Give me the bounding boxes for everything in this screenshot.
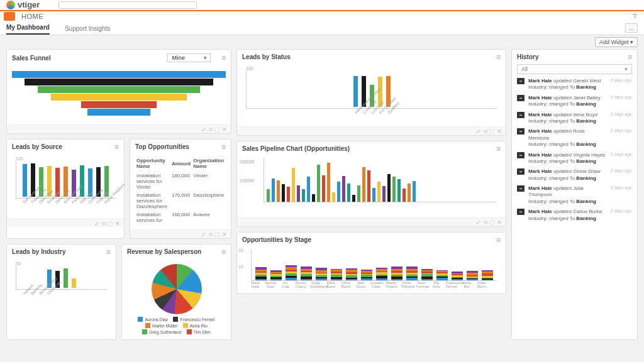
brand: vtiger: [6, 0, 40, 9]
card-title: Opportunities by Stage: [242, 236, 311, 243]
card-title: History: [517, 53, 538, 60]
card-title: Top Opportunities: [135, 143, 189, 150]
pie-legend: Aurora DiazFrancesco FerrariMartin Mülle…: [127, 317, 226, 334]
table-row[interactable]: Installation services for Vinder180,000V…: [135, 172, 226, 191]
history-badge-icon: ••: [517, 128, 525, 134]
card-leads-by-industry: Leads by Industry ≡ 50 ApparelBankingBio…: [6, 244, 116, 340]
chart-x-labels: Mark HaleAurora DiazAn ColeSimon ChanyGr…: [242, 281, 501, 288]
card-title: Leads by Status: [242, 53, 291, 60]
history-item[interactable]: ••Mark Hale updated Carlos BurkeIndustry…: [517, 209, 632, 222]
revenue-pie-chart: [152, 264, 202, 314]
card-menu-icon[interactable]: ≡: [106, 248, 111, 256]
legend-item: Greg Sutherland: [142, 329, 181, 334]
dashboard-toolbar: Add Widget ▾: [0, 35, 644, 49]
legend-item: Martin Müller: [145, 323, 177, 328]
dashboard-grid: Sales Funnel Mine ≡ ⤢ ⟲ ⬚ ✕ Leads by Sou…: [0, 49, 644, 340]
card-menu-icon[interactable]: ≡: [221, 143, 226, 151]
legend-item: Tim Slim: [187, 329, 211, 334]
chart-x-labels: [242, 202, 501, 212]
tab-my-dashboard[interactable]: My Dashboard: [6, 24, 50, 35]
chart-x-labels: Attempted to ContactContactedLost LeadPr…: [242, 109, 501, 121]
card-footer-tools[interactable]: ⤢ ⟲ ⬚ ✕: [130, 229, 231, 238]
col-amount: Amount: [170, 156, 192, 172]
tab-bar: My Dashboard Support Insights ...: [0, 21, 644, 35]
legend-item: Akira Rio: [183, 323, 208, 328]
card-sales-funnel: Sales Funnel Mine ≡ ⤢ ⟲ ⬚ ✕: [6, 49, 231, 134]
card-opportunities-by-stage: Opportunities by Stage ≡ 20 10 Mark Hale…: [236, 232, 506, 294]
card-menu-icon[interactable]: ≡: [114, 143, 119, 151]
history-list: ••Mark Hale updated Gerald WestIndustry:…: [512, 78, 637, 222]
card-menu-icon[interactable]: ≡: [221, 53, 226, 62]
legend-item: Francesco Ferrari: [173, 317, 214, 322]
y-tick: 500000: [240, 160, 254, 164]
card-footer-tools[interactable]: ⤢ ⟲ ⬚ ✕: [237, 217, 506, 226]
dashboard-col-2: Leads by Status ≡ 300 Attempted to Conta…: [236, 49, 506, 340]
funnel-filter-select[interactable]: Mine: [167, 53, 211, 62]
y-tick: 20: [238, 248, 243, 253]
card-menu-icon[interactable]: ≡: [496, 236, 501, 244]
brand-text: vtiger: [18, 0, 40, 9]
dashboard-col-1: Sales Funnel Mine ≡ ⤢ ⟲ ⬚ ✕ Leads by Sou…: [6, 49, 231, 340]
history-badge-icon: ••: [517, 185, 525, 192]
module-icon[interactable]: [4, 12, 15, 21]
card-history: History ≡ All ••Mark Hale updated Gerald…: [511, 49, 638, 340]
add-widget-button[interactable]: Add Widget ▾: [595, 37, 638, 47]
table-row[interactable]: Installation services for160,000Avavee: [135, 211, 226, 224]
history-item[interactable]: ••Mark Hale updated Gloria ShawIndustry:…: [517, 168, 632, 182]
table-row[interactable]: Installation services for Dazzlesphere17…: [135, 191, 226, 211]
history-badge-icon: ••: [517, 168, 525, 175]
module-bar: HOME ?: [0, 10, 644, 21]
stage-chart: [251, 250, 497, 281]
y-tick: 125: [16, 156, 119, 161]
chart-x-labels: Self GeneratedTrade ShowDirect MailEmplo…: [12, 199, 119, 214]
card-menu-icon[interactable]: ≡: [221, 248, 226, 256]
history-badge-icon: ••: [517, 95, 525, 101]
card-footer-tools[interactable]: ⤢ ⟲ ⬚ ✕: [7, 124, 231, 133]
y-tick: 50: [16, 261, 111, 266]
card-leads-by-source: Leads by Source ≡ 125 Self GeneratedTrad…: [6, 139, 125, 239]
card-title: Leads by Industry: [12, 248, 66, 255]
history-item[interactable]: ••Mark Hale updated Virginia HayesIndust…: [517, 152, 632, 165]
card-footer-tools[interactable]: ⤢ ⟲ ⬚ ✕: [7, 219, 124, 228]
history-filter-select[interactable]: All: [517, 64, 632, 74]
pipeline-chart: [264, 158, 497, 202]
card-menu-icon[interactable]: ≡: [628, 53, 632, 62]
history-badge-icon: ••: [517, 152, 525, 158]
card-title: Leads by Source: [12, 143, 62, 150]
brand-bar: vtiger: [0, 0, 644, 10]
card-sales-pipeline: Sales Pipeline Chart (Opportunities) ≡ 5…: [236, 141, 506, 227]
legend-item: Aurora Diaz: [138, 317, 168, 322]
card-menu-icon[interactable]: ≡: [496, 145, 501, 153]
card-top-opportunities: Top Opportunities ≡ Opportunity Name Amo…: [130, 139, 231, 239]
card-menu-icon[interactable]: ≡: [496, 53, 501, 62]
search-input[interactable]: [58, 1, 197, 9]
card-title: Revenue by Salesperson: [127, 248, 201, 255]
module-title: HOME: [21, 13, 43, 20]
card-footer-tools[interactable]: ⤢ ⟲ ⬚ ✕: [237, 126, 506, 135]
history-item[interactable]: ••Mark Hale updated Julia ThompsonIndust…: [517, 185, 632, 205]
top-opps-table: Opportunity Name Amount Organization Nam…: [135, 156, 226, 224]
dashboard-col-3: History ≡ All ••Mark Hale updated Gerald…: [511, 49, 638, 340]
history-item[interactable]: ••Mark Hale updated Gerald WestIndustry:…: [517, 78, 632, 91]
history-item[interactable]: ••Mark Hale updated Janet BaileyIndustry…: [517, 95, 632, 108]
funnel-chart: [12, 69, 226, 119]
help-icon[interactable]: ?: [633, 13, 636, 20]
chart-x-labels: ApparelBankingBiotechnologyChemicals: [12, 290, 111, 300]
col-opp-name: Opportunity Name: [135, 156, 170, 172]
history-badge-icon: ••: [517, 112, 525, 118]
brand-logo-icon: [6, 1, 15, 9]
card-revenue-by-salesperson: Revenue by Salesperson ≡ Aurora DiazFran…: [121, 244, 231, 340]
card-leads-by-status: Leads by Status ≡ 300 Attempted to Conta…: [236, 49, 506, 136]
tab-support-insights[interactable]: Support Insights: [65, 25, 110, 35]
history-badge-icon: ••: [517, 78, 525, 84]
y-tick: 10: [238, 265, 243, 269]
col-org: Organization Name: [192, 156, 226, 172]
card-title: Sales Funnel: [12, 55, 51, 62]
history-item[interactable]: ••Mark Hale updated Irene BoydIndustry: …: [517, 112, 632, 125]
history-badge-icon: ••: [517, 209, 525, 215]
history-item[interactable]: ••Mark Hale updated Rose MendozaIndustry…: [517, 128, 632, 148]
y-tick: 250000: [240, 178, 254, 183]
y-tick: 300: [246, 67, 501, 71]
tab-more-button[interactable]: ...: [625, 23, 638, 33]
card-title: Sales Pipeline Chart (Opportunities): [242, 145, 350, 152]
